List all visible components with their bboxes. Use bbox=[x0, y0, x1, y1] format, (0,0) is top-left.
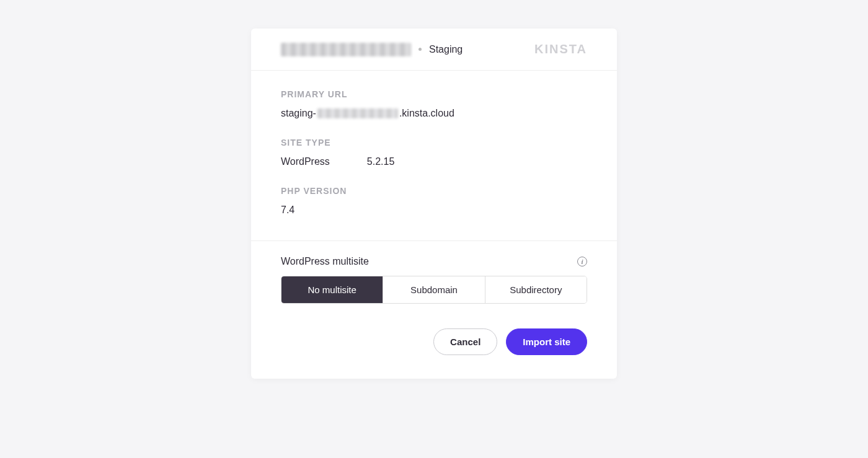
primary-url-value: staging- .kinsta.cloud bbox=[281, 108, 587, 119]
kinsta-logo: KINSTA bbox=[534, 42, 587, 56]
site-type-version: 5.2.15 bbox=[367, 156, 394, 167]
site-name-redacted bbox=[281, 43, 411, 56]
php-version-label: PHP VERSION bbox=[281, 186, 587, 196]
segment-subdomain[interactable]: Subdomain bbox=[383, 276, 484, 303]
site-type-label: SITE TYPE bbox=[281, 138, 587, 148]
card-body: PRIMARY URL staging- .kinsta.cloud SITE … bbox=[251, 71, 617, 241]
site-type-row: WordPress 5.2.15 bbox=[281, 156, 587, 167]
cancel-button[interactable]: Cancel bbox=[433, 328, 497, 355]
url-suffix: .kinsta.cloud bbox=[399, 108, 454, 119]
primary-url-label: PRIMARY URL bbox=[281, 89, 587, 99]
separator-dot-icon bbox=[418, 48, 422, 51]
segment-no-multisite[interactable]: No multisite bbox=[281, 276, 383, 303]
site-type-name: WordPress bbox=[281, 156, 330, 167]
segment-subdirectory[interactable]: Subdirectory bbox=[485, 276, 587, 303]
import-site-button[interactable]: Import site bbox=[506, 328, 587, 355]
environment-label: Staging bbox=[429, 44, 463, 55]
header-left: Staging bbox=[281, 43, 463, 56]
url-redacted-segment bbox=[317, 108, 398, 118]
php-version-value: 7.4 bbox=[281, 205, 587, 216]
multisite-section: WordPress multisite i No multisite Subdo… bbox=[251, 241, 617, 321]
url-prefix: staging- bbox=[281, 108, 316, 119]
card-header: Staging KINSTA bbox=[251, 29, 617, 71]
multisite-header: WordPress multisite i bbox=[281, 256, 587, 267]
multisite-label: WordPress multisite bbox=[281, 256, 369, 267]
import-site-card: Staging KINSTA PRIMARY URL staging- .kin… bbox=[251, 29, 617, 379]
multisite-segmented-control: No multisite Subdomain Subdirectory bbox=[281, 276, 587, 304]
info-icon[interactable]: i bbox=[577, 257, 587, 266]
card-footer: Cancel Import site bbox=[251, 321, 617, 379]
